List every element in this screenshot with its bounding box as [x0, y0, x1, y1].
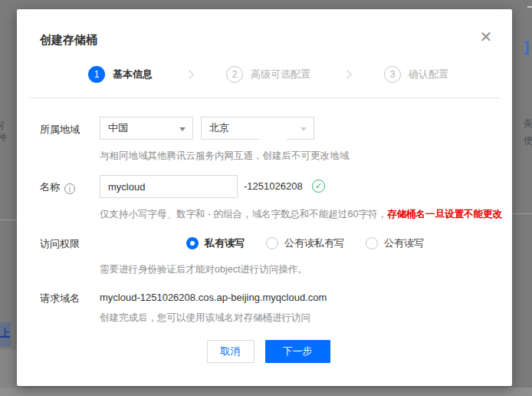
country-select[interactable]: 中国	[100, 117, 193, 140]
info-icon[interactable]: i	[64, 183, 75, 194]
radio-unselected-icon	[366, 237, 378, 249]
step-number-badge: 1	[88, 66, 105, 83]
step-label: 基本信息	[113, 68, 153, 81]
city-select-value: 北京	[209, 121, 229, 135]
name-label-text: 名称	[40, 181, 60, 193]
bg-text-fragment: 使用	[524, 134, 532, 147]
city-select[interactable]: 北京	[201, 117, 314, 140]
chevron-right-icon	[343, 70, 351, 78]
bucket-name-suffix: -1251026208	[244, 180, 303, 192]
step-label: 高级可选配置	[251, 68, 310, 81]
bg-dash	[527, 6, 532, 8]
name-help-gray: 仅支持小写字母、数字和 - 的组合，域名字数总和不能超过60字符，	[100, 209, 387, 219]
bg-band	[0, 388, 532, 396]
chevron-down-icon	[300, 127, 307, 131]
chevron-down-icon	[179, 127, 186, 131]
access-help-text: 需要进行身份验证后才能对object进行访问操作。	[100, 263, 307, 276]
bucket-name-input[interactable]	[100, 175, 238, 198]
bg-upload-link-fragment: 上	[0, 326, 10, 340]
step-confirm-config: 3 确认配置	[384, 66, 448, 83]
domain-label: 请求域名	[40, 292, 80, 305]
step-advanced-config: 2 高级可选配置	[226, 66, 310, 83]
region-help-text: 与相同地域其他腾讯云服务内网互通，创建后不可更改地域	[100, 150, 349, 163]
radio-public-read-write[interactable]: 公有读写	[366, 236, 424, 250]
bg-divider	[0, 219, 17, 220]
bg-text-fragment: 美型	[524, 117, 532, 130]
radio-unselected-icon	[266, 237, 278, 249]
bg-divider	[512, 213, 532, 214]
radio-label: 公有读私有写	[284, 236, 344, 250]
bg-text-fragment: 各种	[0, 131, 6, 144]
access-label: 访问权限	[40, 237, 80, 251]
radio-public-read-private-write[interactable]: 公有读私有写	[266, 236, 344, 250]
step-number-badge: 2	[226, 66, 243, 83]
country-select-value: 中国	[108, 121, 128, 135]
request-domain-value: mycloud-1251026208.cos.ap-beijing.myqclo…	[100, 292, 327, 303]
radio-private-read-write[interactable]: 私有读写	[186, 236, 245, 250]
name-help-text: 仅支持小写字母、数字和 - 的组合，域名字数总和不能超过60字符，存储桶名一旦设…	[100, 208, 502, 221]
access-radio-group: 私有读写 公有读私有写 公有读写	[186, 236, 445, 250]
region-label: 所属地域	[40, 123, 80, 137]
dialog-title: 创建存储桶	[40, 33, 97, 48]
domain-help-text: 创建完成后，您可以使用该域名对存储桶进行访问	[100, 312, 310, 325]
close-icon[interactable]: ✕	[477, 28, 495, 46]
step-basic-info: 1 基本信息	[88, 66, 153, 83]
bg-bracket-glyph: ]	[524, 38, 529, 55]
bg-text-fragment: 何	[0, 119, 5, 132]
next-step-button[interactable]: 下一步	[265, 340, 330, 363]
name-label: 名称i	[40, 180, 75, 194]
step-number-badge: 3	[384, 66, 401, 83]
valid-check-icon: ✓	[312, 180, 325, 193]
divider	[29, 97, 500, 98]
cancel-button[interactable]: 取消	[207, 340, 255, 363]
step-indicator: 1 基本信息 2 高级可选配置 3 确认配置	[88, 66, 497, 83]
radio-selected-icon	[186, 237, 199, 249]
dialog-footer: 取消 下一步	[17, 340, 512, 363]
name-help-red: 存储桶名一旦设置不能更改	[387, 209, 502, 219]
radio-label: 私有读写	[205, 236, 245, 250]
radio-label: 公有读写	[384, 236, 424, 250]
bg-band	[0, 349, 17, 388]
step-label: 确认配置	[409, 68, 448, 81]
chevron-right-icon	[185, 70, 193, 78]
create-bucket-dialog: 创建存储桶 ✕ 1 基本信息 2 高级可选配置 3 确认配置 所属地域 中国 北…	[17, 9, 512, 386]
